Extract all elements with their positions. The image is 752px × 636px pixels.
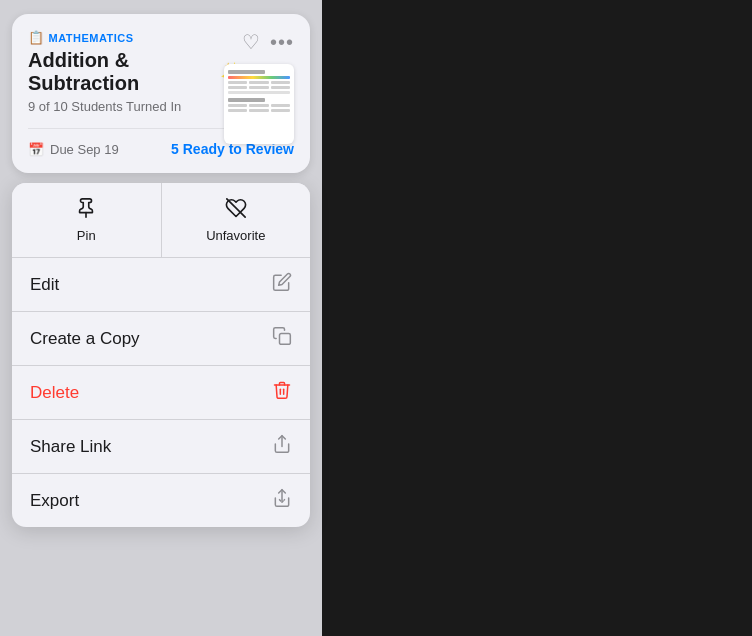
thumb-line-2 <box>228 91 290 94</box>
subject-text: MATHEMATICS <box>49 32 134 44</box>
card-actions: ♡ ••• <box>242 30 294 54</box>
context-menu: Pin Unfavorite Edit <box>12 183 310 527</box>
thumb-cell <box>228 86 247 89</box>
pin-label: Pin <box>77 228 96 243</box>
thumb-cell <box>271 81 290 84</box>
title-text: Addition & Subtraction <box>28 49 214 95</box>
unfavorite-icon <box>225 197 247 224</box>
calendar-icon: 📅 <box>28 142 44 157</box>
thumb-cell <box>271 109 290 112</box>
edit-icon <box>272 272 292 297</box>
thumb-row-4 <box>228 109 290 112</box>
thumb-cell <box>228 109 247 112</box>
edit-menu-item[interactable]: Edit <box>12 258 310 311</box>
svg-rect-2 <box>280 334 291 345</box>
thumb-cell <box>249 104 268 107</box>
assignment-card: 📋 MATHEMATICS Addition & Subtraction ✨ 9… <box>12 14 310 173</box>
thumb-row-3 <box>228 104 290 107</box>
assignment-thumbnail <box>224 64 294 144</box>
unfavorite-button[interactable]: Unfavorite <box>162 183 311 257</box>
thumb-cell <box>249 109 268 112</box>
toggle-row: Pin Unfavorite <box>12 183 310 258</box>
pin-button[interactable]: Pin <box>12 183 162 257</box>
unfavorite-label: Unfavorite <box>206 228 265 243</box>
delete-icon <box>272 380 292 405</box>
subject-label: 📋 MATHEMATICS <box>28 30 242 45</box>
due-date: 📅 Due Sep 19 <box>28 142 119 157</box>
favorite-button[interactable]: ♡ <box>242 30 260 54</box>
create-copy-menu-item[interactable]: Create a Copy <box>12 311 310 365</box>
card-left: 📋 MATHEMATICS Addition & Subtraction ✨ 9… <box>28 30 242 114</box>
create-copy-label: Create a Copy <box>30 329 140 349</box>
dark-overlay <box>322 0 752 636</box>
thumb-colored-line <box>228 76 290 79</box>
more-options-button[interactable]: ••• <box>270 31 294 54</box>
delete-menu-item[interactable]: Delete <box>12 365 310 419</box>
share-link-label: Share Link <box>30 437 111 457</box>
thumb-cell <box>228 81 247 84</box>
share-link-icon <box>272 434 292 459</box>
thumb-cell <box>249 81 268 84</box>
due-date-text: Due Sep 19 <box>50 142 119 157</box>
thumb-row-1 <box>228 81 290 84</box>
thumb-cell <box>271 104 290 107</box>
subject-icon: 📋 <box>28 30 45 45</box>
assignment-title: Addition & Subtraction ✨ <box>28 49 242 95</box>
copy-icon <box>272 326 292 351</box>
thumb-row-2 <box>228 86 290 89</box>
export-label: Export <box>30 491 79 511</box>
students-turned-in: 9 of 10 Students Turned In <box>28 99 242 114</box>
export-menu-item[interactable]: Export <box>12 473 310 527</box>
export-icon <box>272 488 292 513</box>
thumb-title <box>228 70 265 74</box>
thumb-cell <box>228 104 247 107</box>
pin-icon <box>75 197 97 224</box>
share-link-menu-item[interactable]: Share Link <box>12 419 310 473</box>
thumb-cell <box>271 86 290 89</box>
delete-label: Delete <box>30 383 79 403</box>
main-content: 📋 MATHEMATICS Addition & Subtraction ✨ 9… <box>0 0 322 636</box>
thumb-title-2 <box>228 98 265 102</box>
edit-label: Edit <box>30 275 59 295</box>
thumb-cell <box>249 86 268 89</box>
